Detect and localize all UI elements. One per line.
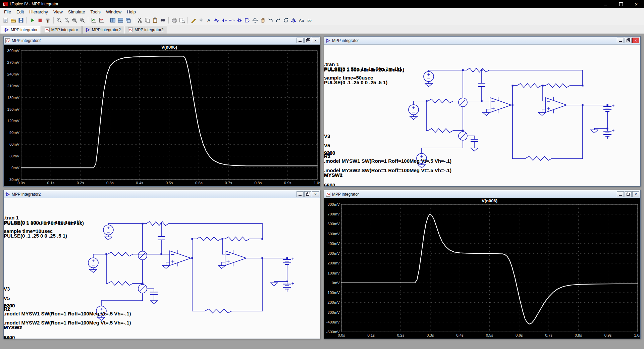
schematic-icon [5,192,10,197]
r2-val-label: 2200 [324,150,335,156]
maximize-button[interactable] [613,0,629,8]
minimize-button[interactable] [598,0,613,8]
menu-hierarchy[interactable]: Hierarchy [26,9,51,15]
tile-vertical-icon[interactable] [109,16,117,24]
run-icon[interactable] [29,16,36,24]
schematic-canvas[interactable]: .model MYSW1 SW(Ron=1 Roff=100Meg Vt=.5 … [4,198,320,339]
junction-dot [462,69,464,71]
ground-icon[interactable] [197,16,205,24]
plot-settings-icon[interactable] [98,16,105,24]
diode-icon[interactable] [236,16,244,24]
toolbar-separator [26,17,27,23]
junction-dot [262,257,263,259]
component-icon[interactable] [244,16,251,24]
window-titlebar[interactable]: LTspice IV - MPP integrator × [0,0,644,8]
waveform-plot-svg[interactable]: 800mV700mV600mV500mV400mV300mV200mV100mV… [324,198,640,339]
autorange-icon[interactable] [90,16,98,24]
child-close-button[interactable]: × [632,191,639,197]
spice-directive-icon[interactable]: .op [305,16,313,24]
wire-icon[interactable] [190,16,197,24]
zoom-out-icon[interactable] [63,16,71,24]
plot-title: V(n006) [161,45,177,50]
rotate-icon[interactable] [282,16,290,24]
menu-file[interactable]: File [1,9,14,15]
child-minimize-button[interactable] [297,38,304,43]
menu-view[interactable]: View [51,9,65,15]
menu-simulate[interactable]: Simulate [65,9,88,15]
zoom-area-icon[interactable] [71,16,78,24]
menu-tools[interactable]: Tools [88,9,103,15]
y-tick-label: 500mV [328,232,340,236]
child-titlebar[interactable]: MPP integrator × [324,37,640,45]
junction-dot [161,253,162,255]
junction-dot [192,257,193,259]
mirror-icon[interactable] [290,16,298,24]
tab-1-mpp-integrator[interactable]: MPP integrator [42,26,82,34]
x-tick-label: 0.8s [255,181,262,185]
tab-3-mpp-integrator2[interactable]: MPP integrator2 [125,26,167,34]
junction-dot [582,85,584,87]
schematic-svg[interactable]: .model MYSW1 SW(Ron=1 Roff=100Meg Vt=.5 … [324,45,640,186]
capacitor-icon[interactable] [220,16,228,24]
child-restore-button[interactable] [304,191,311,197]
child-window-title: MPP integrator [332,192,359,197]
x-tick-label: 1.0s [314,181,320,185]
new-schematic-icon[interactable] [2,16,9,24]
voltage-source-symbol [409,105,419,115]
child-restore-button[interactable] [304,38,311,43]
schematic-canvas[interactable]: .model MYSW1 SW(Ron=1 Roff=100Meg Vt=.5 … [324,45,640,186]
close-button[interactable]: × [629,0,644,8]
y-tick-label: 0mV [11,166,19,170]
cascade-icon[interactable] [124,16,132,24]
zoom-full-icon[interactable] [78,16,86,24]
resistor-icon[interactable] [213,16,220,24]
halt-icon[interactable] [36,16,44,24]
menu-help[interactable]: Help [124,9,139,15]
menu-edit[interactable]: Edit [14,9,26,15]
open-icon[interactable] [9,16,17,24]
waveform-plot[interactable]: 300mV270mV240mV210mV180mV150mV120mV90mV6… [4,45,320,186]
cut-icon[interactable] [136,16,144,24]
paste-icon[interactable] [151,16,159,24]
control-panel-icon[interactable] [44,16,52,24]
schematic-svg[interactable]: .model MYSW1 SW(Ron=1 Roff=100Meg Vt=.5 … [4,198,320,339]
junction-dot [142,283,144,284]
child-minimize-button[interactable] [617,38,624,43]
tab-label: MPP integrator2 [135,28,164,32]
save-icon[interactable] [17,16,25,24]
child-minimize-button[interactable] [297,191,304,197]
text-icon[interactable]: Aa [298,16,305,24]
y-tick-label: 30mV [9,154,19,158]
inductor-icon[interactable] [228,16,236,24]
tile-horizontal-icon[interactable] [117,16,124,24]
find-icon[interactable] [159,16,167,24]
child-titlebar[interactable]: MPP integrator2 × [4,37,320,45]
waveform-plot[interactable]: 800mV700mV600mV500mV400mV300mV200mV100mV… [324,198,640,339]
toolbar-separator [187,17,188,23]
copy-icon[interactable] [144,16,151,24]
child-close-button[interactable]: × [312,38,319,43]
menu-window[interactable]: Window [103,9,124,15]
toolbar-separator [168,17,169,23]
child-close-button[interactable]: × [632,38,639,43]
child-restore-button[interactable] [625,191,632,197]
tab-label: MPP integrator2 [92,28,121,32]
undo-icon[interactable] [267,16,274,24]
redo-icon[interactable] [274,16,282,24]
move-icon[interactable] [251,16,259,24]
print-preview-icon[interactable] [178,16,186,24]
child-restore-button[interactable] [625,38,632,43]
model2-label: .model MYSW2 SW(Ron=1 Roff=100Meg Vt=.5 … [4,320,131,326]
waveform-plot-svg[interactable]: 300mV270mV240mV210mV180mV150mV120mV90mV6… [4,45,320,186]
zoom-in-icon[interactable] [55,16,63,24]
child-minimize-button[interactable] [617,191,624,197]
tab-0-mpp-integrator[interactable]: MPP integrator [1,26,41,34]
junction-dot [142,223,144,225]
child-titlebar[interactable]: MPP integrator × [324,190,640,198]
tab-2-mpp-integrator2[interactable]: MPP integrator2 [82,26,124,34]
child-titlebar[interactable]: MPP integrator2 × [4,190,320,198]
print-icon[interactable] [170,16,178,24]
child-close-button[interactable]: × [312,191,319,197]
drag-icon[interactable] [259,16,267,24]
label-net-icon[interactable]: A [205,16,213,24]
